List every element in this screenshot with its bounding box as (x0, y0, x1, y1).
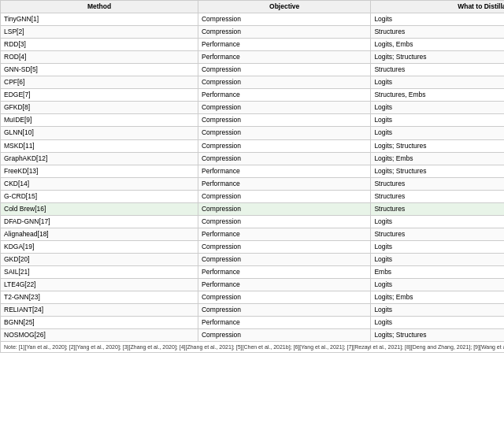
table-cell: Performance (198, 279, 370, 291)
table-cell: Compression (198, 76, 370, 89)
table-cell: Logits (371, 240, 504, 253)
table-row: KDGA[19]CompressionLogitsGNN ⇒ GNNDirect… (1, 240, 505, 253)
table-row: DFAD-GNN[17]CompressionLogitsGNN ⇒ GNNCu… (1, 215, 505, 228)
table-cell: Cold Brew[16] (1, 202, 198, 215)
table-cell: Compression (198, 114, 370, 127)
table-cell: Logits (371, 76, 504, 89)
table-cell: CKD[14] (1, 177, 198, 190)
table-cell: Logits (371, 114, 504, 127)
table-cell: LTE4G[22] (1, 279, 198, 291)
table-cell: Compression (198, 304, 370, 317)
table-cell: Compression (198, 64, 370, 76)
table-cell: NOSMOG[26] (1, 329, 198, 342)
table-row: GraphAKD[12]CompressionLogits; EmbsGNN ⇒… (1, 152, 505, 165)
table-cell: Logits (371, 253, 504, 265)
table-cell: Compression (198, 240, 370, 253)
table-cell: Compression (198, 291, 370, 304)
table-cell: Performance (198, 39, 370, 51)
table-cell: Compression (198, 13, 370, 26)
table-row: CKD[14]PerformanceStructuresTeacher-free… (1, 177, 505, 190)
table-cell: Logits, Embs (371, 39, 504, 51)
table-cell: Compression (198, 329, 370, 342)
table-row: GKD[20]CompressionLogitsGNN ⇒ GNNDirectN… (1, 253, 505, 265)
table-cell: Performance (198, 165, 370, 177)
table-row: CPF[6]CompressionLogitsGNN ⇒ MLPDirectWW… (1, 76, 505, 89)
table-cell: GNN-SD[5] (1, 64, 198, 76)
table-row: NOSMOG[26]CompressionLogits; StructuresG… (1, 329, 505, 342)
table-cell: Performance (198, 177, 370, 190)
table-cell: GKD[20] (1, 253, 198, 265)
table-row: GNN-SD[5]CompressionStructuresTeacher-fr… (1, 64, 505, 76)
table-cell: GLNN[10] (1, 127, 198, 139)
table-row: BGNN[25]PerformanceLogitsMulti. GNNs ⇒ G… (1, 317, 505, 329)
table-cell: ROD[4] (1, 51, 198, 64)
table-row: ROD[4]PerformanceLogits; StructuresMulti… (1, 51, 505, 64)
table-row: RELIANT[24]CompressionLogitsGNN ⇒ GNNDir… (1, 304, 505, 317)
table-cell: Logits (371, 127, 504, 139)
table-cell: RELIANT[24] (1, 304, 198, 317)
table-cell: Structures (371, 190, 504, 202)
table-row: EDGE[7]PerformanceStructures, EmbsGNN ⇒ … (1, 89, 505, 102)
table-cell: Compression (198, 152, 370, 165)
table-cell: Logits; Embs (371, 152, 504, 165)
table-cell: DFAD-GNN[17] (1, 215, 198, 228)
table-cell: Structures (371, 202, 504, 215)
table-row: Alignahead[18]PerformanceStructuresGNN ⇐… (1, 228, 505, 240)
table-cell: GFKD[8] (1, 102, 198, 114)
table-cell: Logits (371, 102, 504, 114)
col-header-what: What to Distillate (371, 1, 504, 13)
table-cell: Logits (371, 317, 504, 329)
table-cell: Compression (198, 102, 370, 114)
table-cell: G-CRD[15] (1, 190, 198, 202)
table-cell: Performance (198, 265, 370, 278)
table-cell: Compression (198, 190, 370, 202)
table-cell: Embs (371, 265, 504, 278)
table-row: T2-GNN[23]CompressionLogits; EmbsMulti. … (1, 291, 505, 304)
table-row: GLNN[10]CompressionLogitsGNN ⇒ MLPDirect… (1, 127, 505, 139)
table-cell: Compression (198, 215, 370, 228)
table-cell: GraphAKD[12] (1, 152, 198, 165)
table-cell: FreeKD[13] (1, 165, 198, 177)
table-cell: BGNN[25] (1, 317, 198, 329)
table-cell: Performance (198, 228, 370, 240)
table-cell: Logits; Structures (371, 165, 504, 177)
table-row: G-CRD[15]CompressionStructuresGNN ⇒ GNNC… (1, 190, 505, 202)
table-cell: Logits (371, 304, 504, 317)
table-cell: Compression (198, 253, 370, 265)
table-cell: MSKD[11] (1, 139, 198, 152)
table-row: SAIL[21]PerformanceEmbsGNN ⇒ GNNDirectAA… (1, 265, 505, 278)
table-cell: RDD[3] (1, 39, 198, 51)
table-cell: T2-GNN[23] (1, 291, 198, 304)
table-cell: Compression (198, 26, 370, 39)
table-cell: CPF[6] (1, 76, 198, 89)
table-cell: Structures (371, 228, 504, 240)
table-cell: Logits; Structures (371, 51, 504, 64)
note-row: Note: [1][Yan et al., 2020]; [2][Yang et… (1, 342, 505, 353)
table-cell: Compression (198, 202, 370, 215)
table-cell: Performance (198, 317, 370, 329)
table-row: LTE4G[22]PerformanceLogitsGNN ⇒ GNNDirec… (1, 279, 505, 291)
table-row: LSP[2]CompressionStructuresGNN ⇒ GNNDire… (1, 26, 505, 39)
table-row: TinyGNN[1]CompressionLogitsGNN ⇒ GNNDire… (1, 13, 505, 26)
table-cell: Performance (198, 51, 370, 64)
table-cell: Logits; Structures (371, 139, 504, 152)
table-row: MuIDE[9]CompressionLogitsMulti. KGEMs ⇒ … (1, 114, 505, 127)
col-header-method: Method (1, 1, 198, 13)
table-cell: Logits (371, 279, 504, 291)
col-header-objective: Objective (198, 1, 370, 13)
table-cell: EDGE[7] (1, 89, 198, 102)
table-cell: MuIDE[9] (1, 114, 198, 127)
table-cell: KDGA[19] (1, 240, 198, 253)
table-cell: Logits (371, 215, 504, 228)
table-cell: Compression (198, 139, 370, 152)
table-cell: Compression (198, 127, 370, 139)
table-row: Cold Brew[16]CompressionStructuresGNN ⇒ … (1, 202, 505, 215)
table-cell: Structures (371, 177, 504, 190)
table-cell: Logits; Structures (371, 329, 504, 342)
table-cell: Alignahead[18] (1, 228, 198, 240)
table-cell: Structures (371, 64, 504, 76)
table-row: FreeKD[13]PerformanceLogits; StructuresG… (1, 165, 505, 177)
table-cell: Structures (371, 26, 504, 39)
note-text: Note: [1][Yan et al., 2020]; [2][Yang et… (1, 342, 505, 353)
table-cell: TinyGNN[1] (1, 13, 198, 26)
